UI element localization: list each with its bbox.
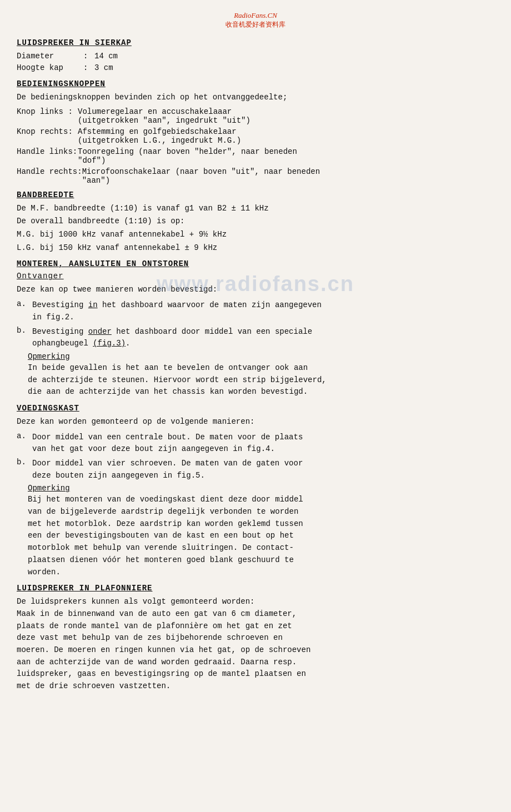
ontvanger-subtitle: Ontvanger [17, 272, 494, 280]
handle-rechts-sub: "aan") [82, 176, 110, 185]
voedingskast-intro: Deze kan worden gemonteerd op de volgend… [17, 416, 494, 428]
monteren-intro: Deze kan op twee manieren worden bevesti… [17, 284, 494, 296]
monteren-item-a: a. Bevestiging in het dashboard waarvoor… [17, 299, 494, 323]
spec-value-diameter: 14 cm [94, 51, 118, 62]
section-luidspreker-sierkap: LUIDSPREKER IN SIERKAP Diameter : 14 cm … [17, 38, 494, 74]
section-luidspreker-plafonniere: LUIDSPREKER IN PLAFONNIERE De luidspreke… [17, 584, 494, 693]
section-monteren: MONTEREN, AANSLUITEN EN ONTSTOREN Ontvan… [17, 259, 494, 398]
bedieningsknoppen-title: BEDIENINGSKNOPPEN [17, 79, 494, 88]
knop-rechts-value: Afstemming en golfgebiedschakelaar (uitg… [78, 127, 241, 145]
knop-links: Knop links : Volumeregelaar en accuschak… [17, 107, 494, 125]
monteren-marker-b: b. [17, 326, 32, 335]
site-header: RadioFans.CN 收音机爱好者资料库 [17, 11, 494, 29]
band-line-mg: M.G. bij 1000 kHz vanaf antennekabel + 9… [17, 229, 494, 241]
site-subtitle: 收音机爱好者资料库 [17, 20, 494, 29]
section-bedieningsknoppen: BEDIENINGSKNOPPEN De bedieningsknoppen b… [17, 79, 494, 185]
site-name: RadioFans.CN [17, 11, 494, 20]
monteren-note: Opmerking In beide gevallen is het aan t… [28, 352, 494, 398]
voedingskast-content-a: Door middel van een centrale bout. De ma… [32, 432, 494, 455]
page-container: RadioFans.CN 收音机爱好者资料库 www.radiofans.cn … [17, 11, 494, 693]
handle-links-value: Toonregeling (naar boven "helder", naar … [78, 147, 297, 165]
handle-rechts-label: Handle rechts: [17, 167, 82, 176]
handle-rechts-value: Microfoonschakelaar (naar boven "uit", n… [82, 167, 320, 185]
bedieningsknoppen-intro: De bedieningsknoppen bevinden zich op he… [17, 92, 494, 104]
monteren-content-b: Bevestiging onder het dashboard door mid… [32, 326, 494, 350]
knop-links-sub: (uitgetrokken "aan", ingedrukt "uit") [78, 116, 251, 125]
spec-sep-diameter: : [83, 51, 94, 62]
handle-links-label: Handle links: [17, 147, 78, 156]
band-line-2: De overall bandbreedte (1:10) is op: [17, 215, 494, 228]
band-line-1: De M.F. bandbreedte (1:10) is vanaf g1 v… [17, 203, 494, 215]
knop-rechts: Knop rechts: Afstemming en golfgebiedsch… [17, 127, 494, 145]
monteren-marker-a: a. [17, 299, 32, 308]
monteren-item-b: b. Bevestiging onder het dashboard door … [17, 326, 494, 350]
underline-onder: onder [88, 327, 112, 336]
monteren-note-title: Opmerking [28, 352, 494, 361]
voedingskast-content-b: Door middel van vier schroeven. De maten… [32, 458, 494, 482]
voedingskast-note-title: Opmerking [28, 484, 494, 493]
monteren-note-content: In beide gevallen is het aan te bevelen … [28, 362, 494, 398]
monteren-content-a: Bevestiging in het dashboard waarvoor de… [32, 299, 494, 323]
spec-sep-hoogte: : [83, 62, 94, 74]
handle-links-sub: "dof") [78, 156, 106, 165]
voedingskast-note: Opmerking Bij het monteren van de voedin… [28, 484, 494, 578]
voedingskast-marker-b: b. [17, 458, 32, 467]
knop-links-value: Volumeregelaar en accuschakelaaar (uitge… [78, 107, 251, 125]
underline-fig3: (fig.3) [93, 339, 126, 348]
monteren-title: MONTEREN, AANSLUITEN EN ONTSTOREN [17, 259, 494, 268]
spec-label-diameter: Diameter [17, 51, 83, 62]
band-line-lg: L.G. bij 150 kHz vanaf antennekabel ± 9 … [17, 242, 494, 254]
section-bandbreedte: BANDBREEDTE De M.F. bandbreedte (1:10) i… [17, 191, 494, 254]
spec-label-hoogte: Hoogte kap [17, 62, 83, 74]
underline-in: in [88, 300, 98, 309]
knop-links-label: Knop links : [17, 107, 78, 116]
luidspreker-plafonniere-title: LUIDSPREKER IN PLAFONNIERE [17, 584, 494, 593]
spec-row-hoogte: Hoogte kap : 3 cm [17, 62, 494, 74]
knop-rechts-label: Knop rechts: [17, 127, 78, 136]
luidspreker-plafonniere-text: De luidsprekers kunnen als volgt gemonte… [17, 596, 494, 693]
luidspreker-sierkap-title: LUIDSPREKER IN SIERKAP [17, 38, 494, 47]
section-voedingskast: VOEDINGSKAST Deze kan worden gemonteerd … [17, 404, 494, 578]
knop-rechts-sub: (uitgetrokken L.G., ingedrukt M.G.) [78, 136, 241, 145]
voedingskast-title: VOEDINGSKAST [17, 404, 494, 413]
luidspreker-specs: Diameter : 14 cm Hoogte kap : 3 cm [17, 51, 494, 74]
voedingskast-marker-a: a. [17, 432, 32, 440]
handle-rechts: Handle rechts: Microfoonschakelaar (naar… [17, 167, 494, 185]
voedingskast-note-content: Bij het monteren van de voedingskast die… [28, 494, 494, 578]
handle-links: Handle links: Toonregeling (naar boven "… [17, 147, 494, 165]
spec-row-diameter: Diameter : 14 cm [17, 51, 494, 62]
voedingskast-item-b: b. Door middel van vier schroeven. De ma… [17, 458, 494, 482]
spec-value-hoogte: 3 cm [94, 62, 113, 74]
voedingskast-item-a: a. Door middel van een centrale bout. De… [17, 432, 494, 455]
bandbreedte-title: BANDBREEDTE [17, 191, 494, 199]
